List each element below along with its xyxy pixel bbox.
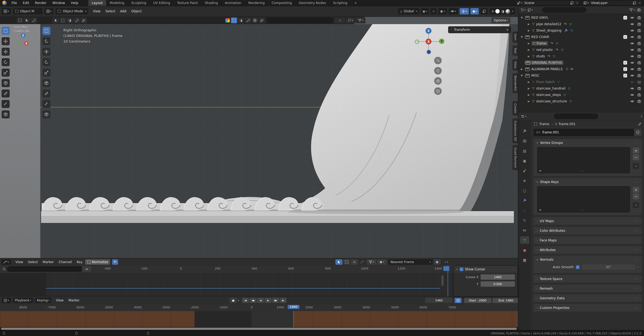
channel-search-input[interactable] (7, 266, 83, 272)
prev-keyframe-button[interactable]: ◀◆ (250, 298, 257, 303)
restriction-toggles-icon[interactable] (636, 7, 642, 13)
tab-physics[interactable]: ↻ (520, 216, 529, 224)
disclosure-icon[interactable]: ▶ (528, 100, 532, 103)
breadcrumb-object[interactable]: frame (540, 122, 549, 126)
eye-icon[interactable] (630, 87, 634, 90)
npanel-tab-substance[interactable]: Substance 3D (513, 118, 518, 143)
specials-icon[interactable]: ▶ (540, 169, 541, 172)
normalize-auto-icon[interactable]: ↻ (112, 259, 118, 265)
camera-icon[interactable] (637, 48, 641, 52)
shape-keys-list[interactable]: ▶ :::: (537, 186, 630, 212)
tab-texture-paint[interactable]: Texture Paint (174, 0, 201, 6)
object-label[interactable]: pipe detailed12 (536, 22, 561, 26)
box-select-icon[interactable] (60, 17, 66, 23)
object-label[interactable]: staircase_handrail (536, 87, 565, 90)
shading-rendered-icon[interactable] (506, 9, 510, 14)
measure-tool[interactable] (2, 100, 10, 108)
eye-icon[interactable] (630, 22, 634, 26)
tab-world[interactable]: ⊕ (520, 177, 529, 184)
section-header[interactable]: › Color Attributes:::: (533, 227, 642, 234)
eye-icon[interactable] (630, 42, 634, 45)
camera-icon[interactable] (637, 22, 641, 26)
remove-vertex-group-button[interactable]: − (633, 154, 639, 160)
blender-logo-icon[interactable] (2, 1, 7, 5)
tab-view-layer[interactable]: ▣ (520, 157, 529, 165)
brush-icon[interactable] (259, 17, 265, 23)
y-axis-gizmo[interactable]: Y (439, 39, 444, 44)
drag-grip[interactable]: :::: (511, 268, 515, 271)
graph-ruler[interactable]: ↔ -400 -200 0 200 400 600 800 1000 1200 … (0, 266, 518, 273)
copy-viewlayer-icon[interactable] (632, 1, 636, 5)
npanel-tab-quad-remesh[interactable]: Quad Remesh (513, 145, 518, 170)
mesh-name-field[interactable]: ▽ ▾ frame.001 (534, 129, 634, 136)
editor-type-button[interactable]: ▾ (2, 298, 11, 303)
tab-object[interactable]: ▢ (520, 187, 529, 194)
y-axis-negative-gizmo[interactable] (415, 40, 419, 44)
menu-select[interactable]: Select (25, 260, 40, 264)
ortho-grid-icon[interactable] (434, 87, 442, 95)
camera-icon[interactable] (637, 99, 641, 103)
shading-wireframe-icon[interactable]: ⊕ (491, 9, 494, 13)
collapse-button[interactable]: ▾ (334, 17, 345, 23)
chevron-down-icon[interactable]: ▾ (512, 10, 513, 13)
rotate-tool[interactable] (2, 58, 10, 66)
add-vertex-group-button[interactable]: + (633, 148, 639, 154)
tab-shading[interactable]: Shading (201, 0, 221, 6)
section-header[interactable]: ▾ Vertex Groups :::: (533, 139, 642, 147)
collection-label[interactable]: ALUNINIUM PANELS (531, 67, 563, 71)
exclude-checkbox[interactable]: ✓ (623, 16, 627, 20)
snap-magnet-icon[interactable]: ∩ (430, 8, 437, 14)
eye-icon[interactable] (630, 48, 634, 52)
select-mode-icon[interactable] (17, 17, 23, 23)
lasso-select-icon[interactable] (74, 17, 80, 23)
outliner-row-object-hidden[interactable]: ▶ ▽ Floor Hatch ▽ (518, 79, 644, 85)
object-label[interactable]: Floor Hatch (536, 80, 555, 84)
delete-scene-icon[interactable]: × (576, 1, 579, 5)
paint-select-icon[interactable] (80, 17, 87, 23)
camera-icon[interactable] (637, 54, 641, 58)
outliner-row-object[interactable]: ▶ ▽ staircase_steps ▽ (518, 92, 644, 98)
disclosure-icon[interactable]: ▶ (528, 42, 532, 45)
snap-dropdown[interactable]: Nearest Frame▾ (389, 259, 433, 265)
mode-dropdown[interactable]: Object Mode ▾ (56, 8, 88, 14)
object-label[interactable]: studs (536, 54, 545, 58)
disclosure-icon[interactable]: ▼ (521, 36, 525, 38)
exclude-checkbox[interactable]: ✓ (623, 67, 627, 71)
pivot-point-dropdown[interactable]: ◉▾ (421, 8, 429, 14)
scene-selector[interactable]: ▾ Scene × (515, 0, 580, 6)
camera-view-icon[interactable] (434, 77, 442, 85)
npanel-tab-item[interactable]: Item (513, 32, 518, 43)
add-shape-key-button[interactable]: + (633, 187, 639, 193)
tab-scene[interactable] (520, 167, 529, 174)
menu-window[interactable]: Window (49, 0, 68, 6)
section-header[interactable]: ▾ Shape Keys :::: (533, 178, 642, 186)
gizmos-toggle[interactable]: ▾ (460, 8, 469, 14)
search-input[interactable] (267, 18, 333, 23)
tab-animation[interactable]: Animation (221, 0, 245, 6)
camera-icon[interactable] (637, 16, 641, 20)
circle-select-icon[interactable]: ◑ (67, 17, 73, 23)
outliner-row-object[interactable]: ▶ ▽ Sheet_dropping ▽ (518, 27, 644, 34)
viewlayer-selector[interactable]: ▾ ViewLayer × (582, 0, 642, 6)
outliner-row-object[interactable]: ▶ ▽ staircase_structure ▽ (518, 98, 644, 104)
jump-to-end-button[interactable]: ▶| (280, 298, 287, 303)
section-header[interactable]: ▾ Normals:::: (533, 256, 642, 263)
eye-icon[interactable] (630, 61, 634, 65)
outliner-row-object[interactable]: ▶ ▽ pipe detailed12 ↷ ▽ (518, 21, 644, 27)
tab-sculpting[interactable]: Sculpting (128, 0, 150, 6)
tab-texture[interactable]: ▦ (520, 256, 529, 264)
z-axis-gizmo[interactable]: Z (426, 28, 431, 34)
material-preview-icon[interactable] (225, 18, 230, 23)
camera-icon[interactable] (637, 29, 641, 32)
section-header[interactable]: › Attributes:::: (533, 246, 642, 254)
section-header[interactable]: › UV Maps:::: (533, 217, 642, 225)
scene-name[interactable]: Scene (525, 1, 535, 5)
xray-toggle[interactable] (480, 8, 488, 14)
cursor-tool[interactable] (2, 37, 10, 45)
zoom-icon[interactable] (434, 57, 442, 64)
outliner-search-input[interactable] (542, 7, 586, 13)
frame-end-field[interactable]: End1460 (492, 298, 519, 303)
rotate-tool[interactable] (42, 58, 50, 66)
mode-dropdown-small[interactable]: Object M (13, 8, 42, 14)
menu-view[interactable]: View (13, 260, 25, 264)
